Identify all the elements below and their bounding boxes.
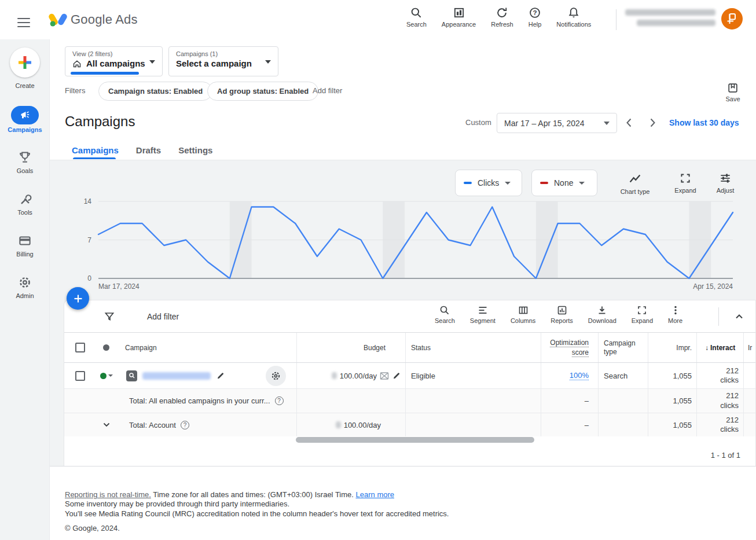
main-menu-icon[interactable] <box>17 15 30 30</box>
topbar-appearance-button[interactable]: Appearance <box>442 6 476 28</box>
status-dot-header-icon <box>103 344 109 351</box>
table-download-button[interactable]: Download <box>588 304 616 324</box>
clicks-timeseries-chart: 0714Mar 17, 2024Apr 15, 2024 <box>50 197 756 296</box>
chart-metric-primary-dropdown[interactable]: Clicks <box>455 170 522 196</box>
col-header-campaign-type[interactable]: Campaigntype <box>604 339 636 357</box>
trophy-icon <box>18 150 32 164</box>
topbar-refresh-label: Refresh <box>491 21 513 28</box>
svg-text:?: ? <box>533 9 537 16</box>
new-campaign-fab-button[interactable] <box>67 287 89 310</box>
topbar-help-button[interactable]: ? Help <box>529 6 542 28</box>
opt-score-line1: Optimization <box>550 339 589 347</box>
svg-text:14: 14 <box>84 197 92 205</box>
topbar-refresh-button[interactable]: Refresh <box>491 6 513 28</box>
filter-chip-campaign-status[interactable]: Campaign status: Enabled <box>98 82 212 101</box>
sidebar-item-create-label: Create <box>0 82 50 89</box>
topbar-appearance-label: Appearance <box>442 21 476 28</box>
date-next-button[interactable] <box>645 116 659 130</box>
table-columns-label: Columns <box>511 317 535 324</box>
view-filter-dropdown[interactable]: View (2 filters) All campaigns <box>65 46 163 76</box>
date-range-dropdown[interactable]: Mar 17 – Apr 15, 2024 <box>497 113 617 133</box>
total-interactions-cell: 212clicks <box>720 391 739 410</box>
refresh-icon <box>496 6 508 19</box>
metric-primary-label: Clicks <box>478 178 499 188</box>
tab-drafts[interactable]: Drafts <box>136 145 161 155</box>
app-title: Google Ads <box>71 12 138 27</box>
topbar-nav: Search Appearance Refresh ? Help Notific… <box>406 6 591 28</box>
metric-secondary-dash-icon <box>540 182 548 184</box>
sidebar-item-admin[interactable] <box>18 275 32 289</box>
interactions-unit: clicks <box>720 401 739 410</box>
col-header-status[interactable]: Status <box>411 344 431 352</box>
currency-symbol-redacted <box>336 421 341 428</box>
status-chevron-down-icon[interactable] <box>108 374 113 377</box>
reporting-not-realtime-link[interactable]: Reporting is not real-time. <box>65 490 151 499</box>
table-search-label: Search <box>435 317 455 324</box>
campaign-row[interactable]: 100.00/day Eligible 100% Search 1,055 21… <box>64 363 755 389</box>
more-vertical-icon <box>670 304 681 316</box>
collapse-chevron-up-icon[interactable] <box>733 311 745 322</box>
pagination-range: 1 - 1 of 1 <box>711 451 740 460</box>
edit-campaign-pencil-icon[interactable] <box>216 371 225 380</box>
col-header-optimization-score[interactable]: Optimizationscore <box>550 338 589 357</box>
expand-account-chevron-down-icon[interactable] <box>101 420 112 430</box>
create-plus-icon <box>10 47 40 78</box>
table-segment-button[interactable]: Segment <box>470 304 496 324</box>
table-scrollbar-thumb[interactable] <box>296 437 534 443</box>
learn-more-link[interactable]: Learn more <box>356 490 394 499</box>
optimization-score-link[interactable]: 100% <box>570 371 589 380</box>
table-reports-button[interactable]: Reports <box>551 304 573 324</box>
gear-icon <box>18 275 32 289</box>
col-header-budget[interactable]: Budget <box>364 344 386 352</box>
view-filter-caption: View (2 filters) <box>72 50 155 57</box>
help-icon[interactable]: ? <box>275 396 284 405</box>
chart-adjust-button[interactable]: Adjust <box>711 172 739 194</box>
account-avatar[interactable] <box>721 8 743 30</box>
interactions-header-label: Interact <box>710 344 735 352</box>
topbar-search-button[interactable]: Search <box>406 6 427 28</box>
save-icon <box>727 82 739 94</box>
sidebar-item-goals[interactable] <box>18 150 32 164</box>
table-columns-button[interactable]: Columns <box>511 304 535 324</box>
add-filter-link[interactable]: Add filter <box>313 86 342 95</box>
chart-expand-button[interactable]: Expand <box>671 172 700 194</box>
sidebar-item-tools[interactable] <box>18 192 32 206</box>
sidebar: Create Campaigns Goals Tools <box>0 39 50 540</box>
save-button[interactable]: Save <box>721 82 744 102</box>
total-enabled-row: Total: All enabled campaigns in your cur… <box>64 389 755 413</box>
table-reports-label: Reports <box>551 317 573 324</box>
sidebar-item-billing-label: Billing <box>0 251 50 258</box>
tab-campaigns[interactable]: Campaigns <box>72 145 119 155</box>
select-all-checkbox[interactable] <box>75 343 85 352</box>
filter-chip-adgroup-status[interactable]: Ad group status: Enabled <box>207 82 318 101</box>
col-header-campaign[interactable]: Campaign <box>125 344 157 352</box>
topbar-notifications-button[interactable]: Notifications <box>556 6 591 28</box>
table-more-button[interactable]: More <box>668 304 682 324</box>
chart-metric-secondary-dropdown[interactable]: None <box>531 170 597 196</box>
campaign-picker-dropdown[interactable]: Campaigns (1) Select a campaign <box>168 46 278 76</box>
edit-budget-pencil-icon[interactable] <box>392 371 401 380</box>
date-prev-button[interactable] <box>622 116 636 130</box>
help-icon[interactable]: ? <box>181 421 189 429</box>
filter-funnel-icon[interactable] <box>104 311 115 322</box>
search-icon <box>410 6 423 19</box>
tab-settings[interactable]: Settings <box>178 145 212 155</box>
help-icon: ? <box>529 6 541 19</box>
chart-type-button[interactable]: Chart type <box>615 172 655 195</box>
table-expand-button[interactable]: Expand <box>632 304 653 324</box>
table-add-filter-link[interactable]: Add filter <box>147 312 179 321</box>
sidebar-item-campaigns[interactable] <box>11 106 39 124</box>
show-last-30-days-link[interactable]: Show last 30 days <box>669 118 739 127</box>
campaign-settings-gear-button[interactable] <box>266 366 286 386</box>
row-checkbox[interactable] <box>75 371 85 381</box>
col-header-impressions[interactable]: Impr. <box>676 344 692 352</box>
svg-text:0: 0 <box>87 274 91 282</box>
col-header-interaction-rate[interactable]: Ir <box>748 344 752 352</box>
active-tab-underline <box>73 157 116 159</box>
sidebar-item-billing[interactable] <box>18 234 32 248</box>
create-button[interactable] <box>10 47 40 78</box>
budget-value: 100.00/day <box>340 372 377 380</box>
col-header-interactions-sorted[interactable]: ↓Interact <box>696 333 743 362</box>
campaign-type-line1: Campaign <box>604 339 636 347</box>
table-search-button[interactable]: Search <box>435 304 455 324</box>
